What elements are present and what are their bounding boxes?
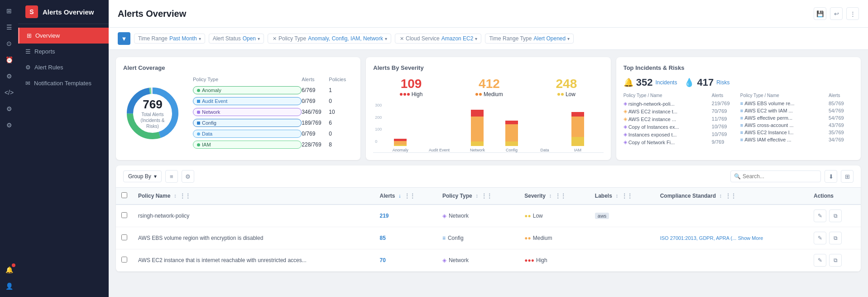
- filter-cloud-service-close[interactable]: ✕: [400, 36, 404, 42]
- filter-cloud-service[interactable]: ✕ Cloud Service Amazon EC2 ▾: [395, 34, 481, 44]
- undo-button[interactable]: ↩: [830, 7, 843, 20]
- th-labels[interactable]: Labels ↕ ⋮⋮: [590, 188, 655, 204]
- row0-labels: aws: [590, 204, 655, 227]
- more-options-button[interactable]: ⋮: [846, 7, 859, 20]
- th-alerts[interactable]: Alerts ↓ ⋮⋮: [374, 188, 436, 204]
- incidents-icon: 🔔: [623, 78, 633, 88]
- row1-policy-type: ≡ Config: [437, 227, 519, 249]
- sidebar-icon-rail: ⊞ ☰ ⊙ ⏰ ⚙ </> ⚙ ⚙ 🔔 👤: [0, 0, 18, 297]
- bar-network-high: [471, 110, 484, 117]
- sidebar-icon-list[interactable]: ☰: [2, 20, 16, 34]
- alert-coverage-card: Alert Coverage: [116, 57, 360, 160]
- sidebar-icon-user[interactable]: 👤: [2, 279, 16, 293]
- row2-checkbox[interactable]: [116, 249, 133, 272]
- page-header: Alerts Overview 💾 ↩ ⋮: [109, 0, 868, 28]
- row2-check[interactable]: [121, 257, 127, 263]
- inc-right-row-0: ≡ AWS EBS volume re... 85/769: [740, 100, 854, 107]
- incidents-risks-stats: 🔔 352 Incidents 💧 417 Risks: [623, 77, 854, 88]
- row0-clone-button[interactable]: ⧉: [829, 209, 842, 222]
- th-severity[interactable]: Severity ↕ ⋮⋮: [519, 188, 590, 204]
- row1-actions: ✎ ⧉: [808, 227, 861, 249]
- row2-severity: ●●● High: [519, 249, 590, 272]
- row1-clone-button[interactable]: ⧉: [829, 232, 842, 244]
- select-all-checkbox[interactable]: [121, 192, 127, 198]
- row2-alerts[interactable]: 70: [374, 249, 436, 272]
- row2-policy-type-badge: ◈ Network: [442, 257, 513, 263]
- notif-template-icon: ✉: [25, 80, 30, 87]
- row0-checkbox[interactable]: [116, 204, 133, 227]
- table-settings-button[interactable]: ⚙: [182, 170, 194, 183]
- sidebar-icon-shield[interactable]: ⊙: [2, 36, 16, 51]
- top-cards-row: Alert Coverage: [116, 57, 861, 160]
- audit-badge: Audit Event: [193, 97, 302, 105]
- row1-edit-button[interactable]: ✎: [814, 232, 826, 244]
- incidents-link[interactable]: Incidents: [655, 79, 677, 86]
- incidents-left-header: Policy Type / Name Alerts: [623, 93, 737, 98]
- severity-title: Alerts By Severity: [373, 64, 603, 71]
- sidebar-icon-code[interactable]: </>: [2, 85, 16, 100]
- search-input[interactable]: [730, 170, 821, 182]
- bar-anomaly-medium: [394, 141, 407, 145]
- bar-data-label: Data: [541, 148, 549, 152]
- row0-edit-button[interactable]: ✎: [814, 209, 826, 222]
- filter-time-range-arrow: ▾: [199, 36, 201, 41]
- th-policy-type[interactable]: Policy Type ↕ ⋮⋮: [437, 188, 519, 204]
- risks-link[interactable]: Risks: [716, 79, 729, 86]
- bar-iam-label: IAM: [574, 148, 581, 152]
- sidebar-title: Alerts Overview: [43, 8, 94, 16]
- row1-checkbox[interactable]: [116, 227, 133, 249]
- sidebar-item-notif-label: Notification Templates: [34, 80, 91, 87]
- row1-alerts[interactable]: 85: [374, 227, 436, 249]
- save-view-button[interactable]: 💾: [814, 7, 826, 20]
- sev-high-number: 109: [400, 77, 423, 91]
- filter-funnel-icon[interactable]: ▼: [118, 32, 130, 45]
- incidents-right-col: Policy Type / Name Alerts ≡ AWS EBS volu…: [740, 93, 854, 146]
- th-policy-name[interactable]: Policy Name ↕ ⋮⋮: [133, 188, 374, 204]
- sidebar-icon-gear2[interactable]: ⚙: [2, 102, 16, 116]
- filter-time-range[interactable]: Time Range Past Month ▾: [134, 34, 205, 44]
- sidebar-icon-gear1[interactable]: ⚙: [2, 69, 16, 83]
- filter-policy-type[interactable]: ✕ Policy Type Anomaly, Config, IAM, Netw…: [268, 34, 391, 44]
- sidebar-item-reports[interactable]: ☰ Reports: [18, 44, 109, 59]
- group-by-button[interactable]: Group By ▾: [123, 170, 162, 182]
- filter-policy-type-close[interactable]: ✕: [273, 36, 277, 42]
- sev-high: 109 High: [400, 77, 423, 97]
- sidebar-icon-gear3[interactable]: ⚙: [2, 118, 16, 132]
- inc-right-name-0: ≡ AWS EBS volume re...: [740, 101, 829, 106]
- show-more-link[interactable]: Show More: [738, 235, 763, 241]
- sidebar-icon-grid[interactable]: ⊞: [2, 4, 16, 18]
- bar-audit-label: Audit Event: [429, 148, 450, 152]
- donut-center: 769 Total Alerts (Incidents & Risks): [138, 97, 168, 129]
- sidebar-item-alert-rules[interactable]: ⚙ Alert Rules: [18, 59, 109, 75]
- row2-edit-button[interactable]: ✎: [814, 254, 826, 267]
- row2-clone-button[interactable]: ⧉: [829, 254, 842, 267]
- sidebar-icon-bell[interactable]: ⏰: [2, 53, 16, 67]
- columns-button[interactable]: ⊞: [841, 170, 854, 183]
- th-checkbox[interactable]: [116, 188, 133, 204]
- bar-iam: IAM: [571, 105, 584, 152]
- row0-policy-name: rsingh-network-policy: [133, 204, 374, 227]
- row0-check[interactable]: [121, 212, 127, 218]
- toolbar-left: Group By ▾ ≡ ⚙: [123, 170, 194, 183]
- row0-policy-type-badge: ◈ Network: [442, 213, 513, 219]
- sort-labels-icon: ↕: [615, 193, 618, 199]
- row1-check[interactable]: [121, 234, 127, 240]
- chart-bars: Anomaly Audit Event: [373, 103, 603, 153]
- sidebar-icon-notification[interactable]: 🔔: [2, 263, 16, 277]
- download-button[interactable]: ⬇: [825, 170, 837, 183]
- filter-time-range-type[interactable]: Time Range Type Alert Opened ▾: [485, 34, 574, 44]
- filter-alert-status[interactable]: Alert Status Open ▾: [209, 34, 264, 44]
- sidebar-item-overview[interactable]: ⊞ Overview: [18, 28, 109, 44]
- sidebar-item-notification-templates[interactable]: ✉ Notification Templates: [18, 75, 109, 91]
- row1-compliance-value: ISO 27001:2013, GDPR, APRA (...: [660, 235, 737, 241]
- th-compliance[interactable]: Compliance Standard ↕ ⋮⋮: [655, 188, 808, 204]
- row0-alerts[interactable]: 219: [374, 204, 436, 227]
- y-axis: 3002001000: [375, 103, 382, 144]
- cov-row-iam: IAM 228/769 8: [191, 139, 353, 150]
- cov-row-data: Data 0/769 0: [191, 128, 353, 139]
- sort-policy-name-icon: ↕: [174, 193, 177, 199]
- alert-coverage-title: Alert Coverage: [123, 64, 353, 71]
- logo-icon: S: [25, 5, 38, 18]
- table-view-list-button[interactable]: ≡: [165, 170, 178, 183]
- bar-iam-low: [571, 137, 584, 146]
